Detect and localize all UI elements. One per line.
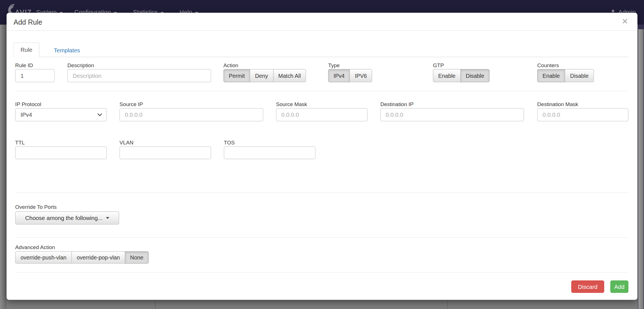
- gtp-disable-button[interactable]: Disable: [460, 69, 489, 82]
- viewport: AVIZ System Configuration Statistics Hel…: [0, 0, 644, 309]
- screen: AVIZ System Configuration Statistics Hel…: [0, 0, 644, 309]
- close-icon[interactable]: ×: [622, 17, 628, 26]
- description-label: Description: [67, 62, 94, 68]
- action-label: Action: [223, 62, 238, 68]
- ttl-field-wrap: [15, 146, 107, 159]
- ip-protocol-select[interactable]: IPv4: [15, 108, 107, 121]
- tab-rule[interactable]: Rule: [13, 42, 39, 57]
- ttl-label: TTL: [15, 139, 25, 146]
- tab-templates[interactable]: Templates: [47, 43, 87, 57]
- tos-label: TOS: [224, 139, 235, 146]
- vlan-label: VLAN: [120, 139, 134, 146]
- ip-protocol-select-wrap: IPv4: [15, 108, 107, 121]
- counters-label: Counters: [537, 62, 559, 68]
- caret-down-icon: [106, 217, 109, 219]
- destination-mask-input[interactable]: [537, 108, 628, 121]
- action-deny-button[interactable]: Deny: [250, 69, 273, 82]
- discard-button[interactable]: Discard: [571, 280, 604, 293]
- ip-protocol-value: IPv4: [20, 111, 32, 118]
- destination-ip-input[interactable]: [380, 108, 524, 121]
- override-to-ports-dropdown-label: Choose among the following...: [25, 215, 103, 221]
- modal-header: Add Rule ×: [7, 13, 638, 31]
- add-rule-modal: Add Rule × Rule Templates Rule ID Descri…: [7, 13, 638, 300]
- description-input[interactable]: [67, 69, 211, 82]
- page-scrollbar-track: [638, 25, 644, 309]
- override-to-ports-label: Override To Ports: [15, 204, 56, 210]
- section-divider: [15, 237, 628, 238]
- rule-id-label: Rule ID: [15, 62, 33, 68]
- type-label: Type: [328, 62, 340, 68]
- ttl-input[interactable]: [15, 146, 107, 159]
- source-mask-field-wrap: [276, 108, 368, 121]
- destination-ip-field-wrap: [380, 108, 524, 121]
- source-ip-input[interactable]: [120, 108, 263, 121]
- page-scrollbar-thumb[interactable]: [638, 29, 643, 309]
- source-mask-input[interactable]: [276, 108, 368, 121]
- counters-enable-button[interactable]: Enable: [537, 69, 565, 82]
- destination-mask-field-wrap: [537, 108, 628, 121]
- type-ipv6-button[interactable]: IPV6: [349, 69, 372, 82]
- chevron-down-icon: [98, 111, 102, 116]
- description-field-wrap: [67, 69, 211, 82]
- action-button-group: Permit Deny Match All: [223, 69, 306, 82]
- ip-protocol-label: IP Protocol: [15, 101, 41, 107]
- section-divider: [15, 91, 628, 91]
- advanced-override-pop-vlan-button[interactable]: override-pop-vlan: [71, 251, 125, 264]
- vlan-input[interactable]: [120, 146, 211, 159]
- source-ip-field-wrap: [120, 108, 263, 121]
- override-to-ports-dropdown[interactable]: Choose among the following...: [15, 211, 119, 224]
- tos-field-wrap: [224, 146, 316, 159]
- advanced-none-button[interactable]: None: [125, 251, 149, 264]
- vlan-field-wrap: [120, 146, 211, 159]
- tos-input[interactable]: [224, 146, 316, 159]
- source-ip-label: Source IP: [120, 101, 143, 107]
- type-button-group: IPv4 IPV6: [328, 69, 372, 82]
- section-divider: [15, 193, 628, 193]
- gtp-button-group: Enable Disable: [433, 69, 490, 82]
- modal-tabbar: Rule Templates: [13, 42, 628, 57]
- destination-ip-label: Destination IP: [380, 101, 414, 107]
- modal-title: Add Rule: [13, 18, 42, 27]
- add-button[interactable]: Add: [610, 280, 629, 293]
- action-match-all-button[interactable]: Match All: [273, 69, 306, 82]
- destination-mask-label: Destination Mask: [537, 101, 578, 107]
- rule-id-field-wrap: [15, 69, 55, 82]
- backdrop-left-strip: [0, 25, 7, 309]
- override-to-ports-dropdown-wrap: Choose among the following...: [15, 211, 119, 224]
- gtp-label: GTP: [433, 62, 444, 68]
- rule-id-input[interactable]: [15, 69, 55, 82]
- counters-button-group: Enable Disable: [537, 69, 594, 82]
- advanced-override-push-vlan-button[interactable]: override-push-vlan: [15, 251, 72, 264]
- advanced-action-label: Advanced Action: [15, 244, 55, 251]
- footer-divider: [15, 272, 628, 273]
- action-permit-button[interactable]: Permit: [223, 69, 250, 82]
- background-table-line: [155, 300, 155, 309]
- counters-disable-button[interactable]: Disable: [565, 69, 594, 82]
- advanced-action-button-group: override-push-vlan override-pop-vlan Non…: [15, 251, 149, 264]
- type-ipv4-button[interactable]: IPv4: [328, 69, 350, 82]
- background-table-line: [447, 300, 448, 309]
- source-mask-label: Source Mask: [276, 101, 307, 107]
- gtp-enable-button[interactable]: Enable: [433, 69, 461, 82]
